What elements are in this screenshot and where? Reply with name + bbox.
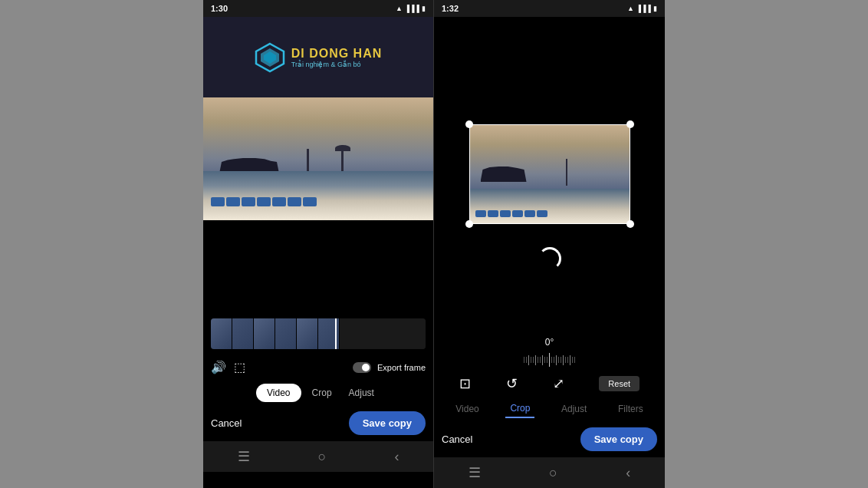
- right-signal-icon: ▐▐▐: [636, 5, 651, 12]
- crop-image: [469, 124, 630, 224]
- tick-11: [547, 357, 547, 363]
- right-cancel-button[interactable]: Cancel: [442, 434, 472, 445]
- export-frame-label[interactable]: Export frame: [377, 363, 426, 372]
- tick-8: [540, 357, 541, 363]
- r-chair-6: [537, 210, 547, 217]
- tick-10: [544, 357, 545, 363]
- crop-corner-tr[interactable]: [626, 120, 634, 128]
- tab-video[interactable]: Video: [256, 384, 301, 402]
- right-back-icon[interactable]: ‹: [626, 465, 630, 481]
- logo-text: DI DONG HAN Trải nghiệm & Gắn bó: [291, 47, 383, 68]
- reset-button[interactable]: Reset: [599, 376, 639, 391]
- tick-2: [526, 357, 527, 363]
- right-video-area: [434, 17, 665, 331]
- r-chair-3: [500, 210, 511, 217]
- export-toggle[interactable]: [353, 362, 371, 373]
- crop-frame[interactable]: [469, 124, 630, 224]
- frame-icon[interactable]: ⬚: [234, 360, 245, 374]
- right-tab-video[interactable]: Video: [451, 401, 483, 417]
- timeline-needle: [335, 318, 337, 349]
- export-frame-area: Export frame: [353, 362, 426, 373]
- timeline-bar[interactable]: [211, 318, 426, 349]
- chair-6: [288, 197, 301, 206]
- left-save-copy-button[interactable]: Save copy: [349, 411, 426, 435]
- rotation-degree: 0°: [545, 337, 554, 348]
- menu-icon[interactable]: ☰: [238, 448, 250, 465]
- right-tab-bar: Video Crop Adjust Filters: [434, 397, 665, 421]
- r-lamp: [566, 159, 567, 186]
- tick-19: [565, 357, 566, 363]
- r-chairs-row: [469, 207, 630, 223]
- r-chair-1: [475, 210, 486, 217]
- crop-corner-bl[interactable]: [465, 220, 473, 228]
- logo-diamond-icon: [255, 42, 285, 73]
- left-action-bar: Cancel Save copy: [203, 405, 433, 441]
- black-area: [203, 220, 433, 312]
- tick-21: [570, 355, 570, 365]
- left-status-icons: ▲ ▐▐▐ ▮: [396, 5, 426, 12]
- timeline-right: [340, 318, 426, 349]
- rotation-area: 0°: [434, 331, 665, 371]
- timeline-area[interactable]: [203, 312, 433, 355]
- fullscreen-icon[interactable]: ⤢: [553, 375, 564, 392]
- chair-7: [303, 197, 317, 206]
- crop-corner-br[interactable]: [626, 220, 634, 228]
- left-nav-bar: ☰ ○ ‹: [203, 441, 433, 472]
- tick-3: [528, 355, 529, 365]
- right-action-bar: Cancel Save copy: [434, 421, 665, 457]
- right-tab-crop[interactable]: Crop: [505, 400, 534, 418]
- crop-corner-tl[interactable]: [465, 120, 473, 128]
- tick-7: [538, 357, 538, 363]
- chair-1: [211, 197, 225, 206]
- right-menu-icon[interactable]: ☰: [469, 464, 481, 481]
- right-nav-bar: ☰ ○ ‹: [434, 457, 665, 488]
- left-cancel-button[interactable]: Cancel: [211, 417, 242, 429]
- wifi-icon: ▲: [396, 5, 403, 12]
- thumb-2: [232, 318, 254, 349]
- tick-9: [542, 355, 543, 365]
- chair-5: [272, 197, 286, 206]
- right-bottom-controls: ⊡ ↺ ⤢ Reset: [434, 371, 665, 397]
- battery-icon: ▮: [422, 5, 426, 12]
- tick-16: [558, 357, 559, 363]
- tab-adjust[interactable]: Adjust: [343, 384, 380, 402]
- left-tab-bar: Video Crop Adjust: [203, 379, 433, 405]
- tick-15: [556, 355, 557, 365]
- volume-icon[interactable]: 🔊: [211, 360, 226, 374]
- logo-title: DI DONG HAN: [291, 47, 383, 61]
- chair-2: [226, 197, 240, 206]
- tick-1: [524, 357, 524, 363]
- right-status-bar: 1:32 ▲ ▐▐▐ ▮: [434, 0, 665, 17]
- left-header: DI DONG HAN Trải nghiệm & Gắn bó: [203, 17, 433, 97]
- tick-17: [561, 357, 561, 363]
- beach-chairs-area: [203, 171, 433, 220]
- back-icon[interactable]: ‹: [394, 449, 399, 465]
- tick-13: [551, 357, 552, 363]
- tick-4: [531, 357, 531, 363]
- tab-crop[interactable]: Crop: [306, 384, 338, 402]
- chairs-row: [203, 193, 433, 216]
- rotate-icon[interactable]: ↺: [506, 375, 518, 392]
- r-chair-5: [524, 210, 535, 217]
- tick-22: [572, 357, 573, 363]
- right-tab-adjust[interactable]: Adjust: [557, 401, 591, 417]
- right-tab-filters[interactable]: Filters: [613, 401, 648, 417]
- chair-3: [242, 197, 255, 206]
- chair-4: [257, 197, 271, 206]
- tick-center: [549, 353, 550, 367]
- right-wifi-icon: ▲: [627, 5, 634, 12]
- right-save-copy-button[interactable]: Save copy: [580, 427, 657, 451]
- left-time: 1:30: [211, 4, 228, 13]
- thumb-1: [211, 318, 232, 349]
- aspect-ratio-icon[interactable]: ⊡: [459, 375, 471, 392]
- r-chair-2: [488, 210, 498, 217]
- left-video-preview: [203, 97, 433, 220]
- r-chair-4: [512, 210, 523, 217]
- rotation-ruler[interactable]: [434, 352, 665, 368]
- logo-container: DI DONG HAN Trải nghiệm & Gắn bó: [255, 42, 383, 73]
- left-status-bar: 1:30 ▲ ▐▐▐ ▮: [203, 0, 433, 17]
- logo-subtitle: Trải nghiệm & Gắn bó: [291, 61, 383, 68]
- right-home-icon[interactable]: ○: [549, 465, 557, 481]
- thumb-5: [297, 318, 318, 349]
- home-icon[interactable]: ○: [318, 449, 327, 465]
